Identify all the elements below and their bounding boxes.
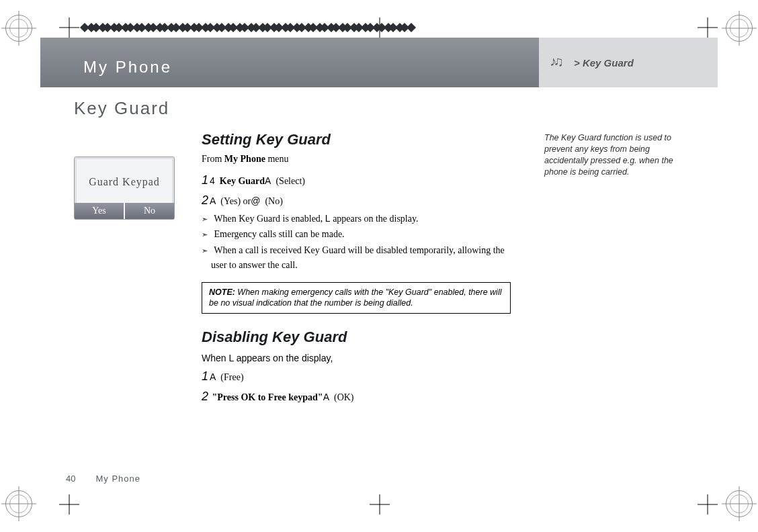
registration-mark-icon: [726, 15, 753, 42]
heading-setting: Setting Key Guard: [202, 131, 511, 148]
key-symbol: @: [251, 195, 260, 206]
nav-symbol: 4: [210, 175, 215, 186]
bullet-item: Emergency calls still can be made.: [202, 227, 511, 242]
when-post: appears on the display,: [237, 353, 333, 363]
step-number: 2: [202, 193, 208, 207]
heading-disabling: Disabling Key Guard: [202, 328, 511, 346]
step-paren: (Yes): [220, 196, 241, 206]
header-left: My Phone: [40, 38, 539, 87]
step-or: or: [241, 196, 251, 206]
crop-mark-icon: [59, 494, 79, 515]
registration-mark-icon: [726, 490, 753, 517]
crop-mark-icon: [59, 17, 79, 38]
header-band: My Phone > Key Guard: [40, 38, 718, 87]
softkey-yes: Yes: [75, 203, 124, 219]
page-number: 40: [66, 474, 75, 484]
bullet-text: When a call is received Key Guard will b…: [211, 245, 505, 270]
step-paren: (No): [265, 196, 282, 206]
step-quote: "Press OK to Free keypad": [212, 392, 323, 402]
section-title: Key Guard: [74, 98, 718, 119]
bullet-text: Emergency calls still can be made.: [214, 229, 345, 239]
phone-screen-mock: Guard Keypad Yes No: [74, 157, 175, 220]
key-symbol: A: [265, 175, 271, 186]
key-symbol: A: [210, 371, 216, 382]
note-box: NOTE: When making emergency calls with t…: [202, 282, 511, 314]
step-paren: (OK): [334, 392, 354, 402]
bullet-text: appears on the display.: [331, 214, 419, 224]
sidebar-note: The Key Guard function is used to preven…: [544, 132, 679, 178]
step-paren: (Free): [220, 372, 243, 382]
registration-mark-icon: [5, 15, 32, 42]
key-symbol: A: [210, 195, 216, 206]
header-title: My Phone: [83, 58, 539, 77]
music-notes-icon: [550, 54, 567, 71]
crop-mark-icon: [370, 494, 390, 515]
from-menu: My Phone: [224, 154, 265, 164]
bullet-text: When Key Guard is enabled,: [214, 214, 325, 224]
step-paren: (Select): [276, 176, 305, 186]
lock-symbol: L: [226, 353, 237, 363]
crop-mark-icon: [698, 494, 718, 515]
from-line: From My Phone menu: [202, 154, 511, 165]
note-label: NOTE:: [209, 287, 235, 297]
step-number: 1: [202, 369, 208, 383]
note-text: When making emergency calls with the "Ke…: [209, 287, 501, 308]
softkey-no: No: [124, 203, 174, 219]
footer-section: My Phone: [95, 474, 140, 484]
phone-screen-title: Guard Keypad: [81, 164, 167, 203]
from-suffix: menu: [265, 154, 289, 164]
bullet-item: When Key Guard is enabled, L appears on …: [202, 212, 511, 226]
setting-steps: 14 Key GuardA (Select) 2A (Yes) or@ (No): [202, 171, 511, 210]
breadcrumb-prefix: >: [574, 57, 583, 69]
ornament-diamond-row: [83, 24, 415, 36]
step-number: 2: [202, 390, 208, 403]
setting-bullets: When Key Guard is enabled, L appears on …: [202, 212, 511, 273]
crop-mark-icon: [698, 17, 718, 38]
lock-symbol: L: [325, 213, 331, 224]
disabling-steps: When L appears on the display, 1A (Free)…: [202, 351, 511, 406]
step-number: 1: [202, 173, 208, 187]
header-breadcrumb: > Key Guard: [539, 38, 718, 87]
breadcrumb-label: Key Guard: [583, 57, 634, 69]
when-pre: When: [202, 353, 226, 363]
key-symbol: A: [323, 392, 329, 402]
page-footer: 40 My Phone: [66, 474, 140, 484]
from-prefix: From: [202, 154, 224, 164]
step-item-bold: Key Guard: [220, 176, 265, 186]
registration-mark-icon: [5, 490, 32, 517]
bullet-item: When a call is received Key Guard will b…: [202, 243, 511, 272]
